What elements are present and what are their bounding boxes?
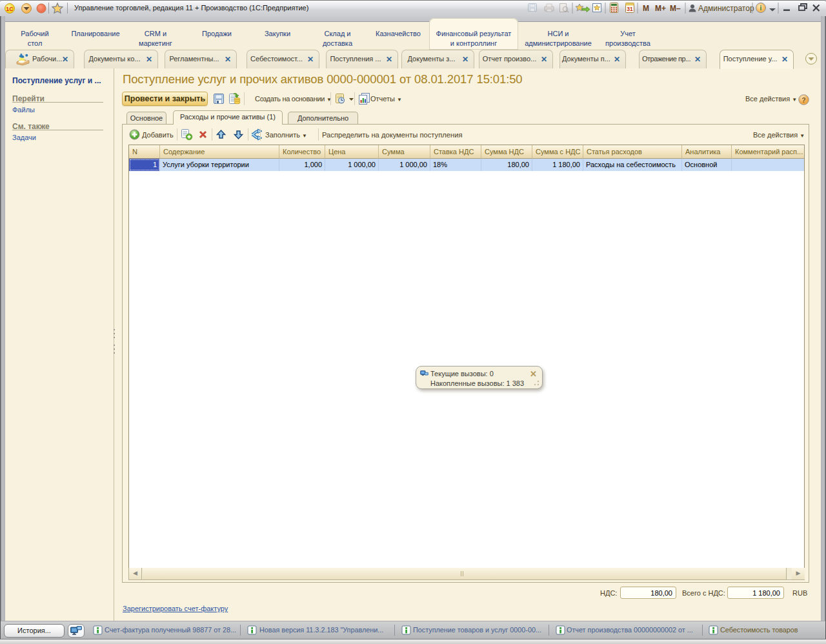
svg-text:1С: 1С bbox=[6, 6, 14, 12]
svg-text:M: M bbox=[643, 4, 649, 13]
svg-text:Администратор: Администратор bbox=[698, 4, 754, 13]
svg-text:i: i bbox=[760, 5, 762, 12]
svg-text:31: 31 bbox=[627, 6, 633, 12]
svg-text:M–: M– bbox=[670, 4, 681, 13]
svg-text:M+: M+ bbox=[655, 4, 666, 13]
